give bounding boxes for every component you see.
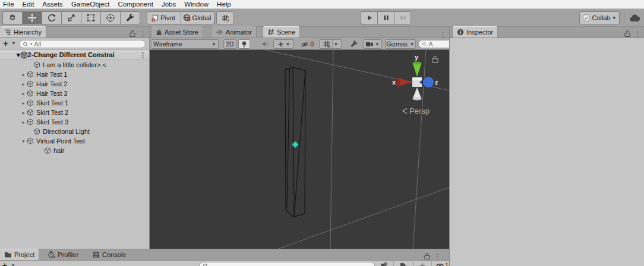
tab-scene[interactable]: Scene [263,26,300,37]
expand-arrow-icon[interactable]: ▸ [20,110,27,115]
scene-search-input[interactable] [428,40,450,48]
tree-row[interactable]: I am a little collider>.< [0,60,149,70]
inspector-lock-icon[interactable] [624,30,631,37]
play-button[interactable] [361,11,378,24]
grid-snap-icon [221,14,230,23]
pause-button[interactable] [377,11,394,24]
step-button[interactable] [394,11,411,24]
project-search-field[interactable] [199,262,375,266]
scene-header-row[interactable]: ▾ 2-Change Different Constrai ⋮ [0,50,149,60]
project-create-caret-icon[interactable]: ▼ [11,263,15,266]
draw-mode-dropdown[interactable]: Wireframe ▼ [151,39,219,49]
scene-viewport[interactable]: x y z Persp [150,50,449,249]
project-console-panel: Project Profiler Console ⋮ + [0,249,449,266]
create-object-button[interactable]: + [3,38,8,48]
project-create-button[interactable]: + [2,261,7,266]
transform-tool-button[interactable] [100,11,121,24]
pivot-toggle-button[interactable]: Pivot [147,11,181,24]
project-search-input[interactable] [210,262,371,266]
effects-caret-icon: ▼ [286,42,291,47]
tree-row[interactable]: ▸ Skirt Test 3 [0,117,149,127]
menu-edit[interactable]: Edit [23,1,34,8]
project-lock-icon[interactable] [424,252,431,260]
kebab-menu-icon[interactable]: ⋮ [140,31,146,37]
hand-tool-button[interactable] [2,11,23,24]
expand-arrow-icon[interactable]: ▸ [20,72,27,77]
toolbar-divider [624,12,624,23]
tree-row[interactable]: ▸ Skirt Test 2 [0,108,149,117]
tree-row[interactable]: ▾ Virtual Point Test [0,136,149,146]
tab-console[interactable]: Console [88,249,131,260]
menu-gameobject[interactable]: GameObject [71,1,110,8]
tab-profiler[interactable]: Profiler [43,249,83,260]
grid-settings-button[interactable]: Z ▼ [319,39,342,49]
expand-arrow-icon[interactable]: ▸ [20,82,27,87]
tree-row[interactable]: ▸ Hair Test 3 [0,89,149,98]
rotate-tool-button[interactable] [42,11,62,24]
tab-animator[interactable]: Animator [211,26,257,37]
expand-arrow-icon[interactable]: ▸ [20,91,27,96]
rect-tool-button[interactable] [81,11,101,24]
custom-tools-button[interactable] [120,11,140,24]
menu-file[interactable]: File [3,1,14,8]
menu-help[interactable]: Help [217,1,231,8]
expand-arrow-icon[interactable]: ▸ [20,101,27,106]
collab-dropdown-button[interactable]: Collab ▼ [579,11,620,24]
effects-dropdown-button[interactable]: ▼ [273,39,293,49]
search-filter-caret-icon[interactable]: ▾ [30,42,33,46]
scene-visibility-button[interactable]: 0 [298,39,316,49]
axis-y-cone[interactable] [413,63,422,77]
audio-toggle-button[interactable] [259,39,271,49]
collapse-arrow-icon[interactable]: ▾ [20,139,27,144]
axis-x-cone[interactable] [398,78,412,87]
favorites-star-icon[interactable] [418,262,427,266]
menu-component[interactable]: Component [118,1,153,8]
gizmo-lock-icon[interactable] [433,56,438,62]
tree-row[interactable]: ▸ Skirt Test 1 [0,98,149,108]
2d-toggle-button[interactable]: 2D [223,39,236,49]
menu-jobs[interactable]: Jobs [162,1,176,8]
tab-inspector[interactable]: Inspector [452,26,498,37]
lighting-toggle-button[interactable] [238,39,250,49]
scene-kebab-icon[interactable]: ⋮ [140,52,149,58]
scene-camera-dropdown[interactable]: ▼ [363,39,382,49]
global-toggle-button[interactable]: Global [181,11,214,24]
grid-caret-icon[interactable]: ▼ [334,42,339,47]
asset-labels-icon[interactable] [399,262,407,266]
package-icon[interactable] [380,262,388,266]
tree-row[interactable]: hair [0,146,149,155]
tab-asset-store[interactable]: Asset Store [151,26,203,37]
scene-search-field[interactable] [418,40,454,48]
move-tool-button[interactable] [22,11,42,24]
cube-icon [27,90,34,97]
tree-row[interactable]: ▸ Hair Test 2 [0,79,149,89]
hierarchy-search-input[interactable] [34,40,142,48]
axis-z-sphere[interactable] [423,77,434,87]
gizmos-dropdown[interactable]: Gizmos ▼ [385,39,416,49]
lock-icon[interactable] [129,30,136,37]
cloud-services-button[interactable] [626,11,643,24]
tab-project[interactable]: Project [0,249,39,260]
orientation-gizmo[interactable]: x y z Persp [392,54,438,115]
tab-hierarchy[interactable]: Hierarchy [0,26,46,37]
grid-snap-button[interactable] [216,11,234,24]
hierarchy-search-field[interactable]: ▾ [19,40,146,48]
create-caret-icon[interactable]: ▼ [11,40,16,46]
tree-row[interactable]: ▸ Hair Test 1 [0,70,149,79]
inspector-kebab-icon[interactable]: ⋮ [634,31,641,37]
scene-tools-button[interactable] [348,39,361,49]
axis-neg-y-cone[interactable] [413,87,422,99]
visibility-eye-icon[interactable] [435,262,444,266]
expand-arrow-icon[interactable]: ▸ [20,120,27,125]
project-kebab-icon[interactable]: ⋮ [434,254,441,259]
virtual-point-handle[interactable] [292,141,298,148]
menu-window[interactable]: Window [184,1,209,8]
tree-row[interactable]: Directional Light [0,127,149,136]
menu-assets[interactable]: Assets [42,1,63,8]
scene-kebab-menu-icon[interactable]: ⋮ [440,32,446,37]
speaker-icon [261,40,269,48]
projection-label[interactable]: Persp [409,107,430,115]
grid-divider [332,40,333,48]
scale-tool-button[interactable] [61,11,81,24]
persp-arrow-icon[interactable] [403,108,407,114]
